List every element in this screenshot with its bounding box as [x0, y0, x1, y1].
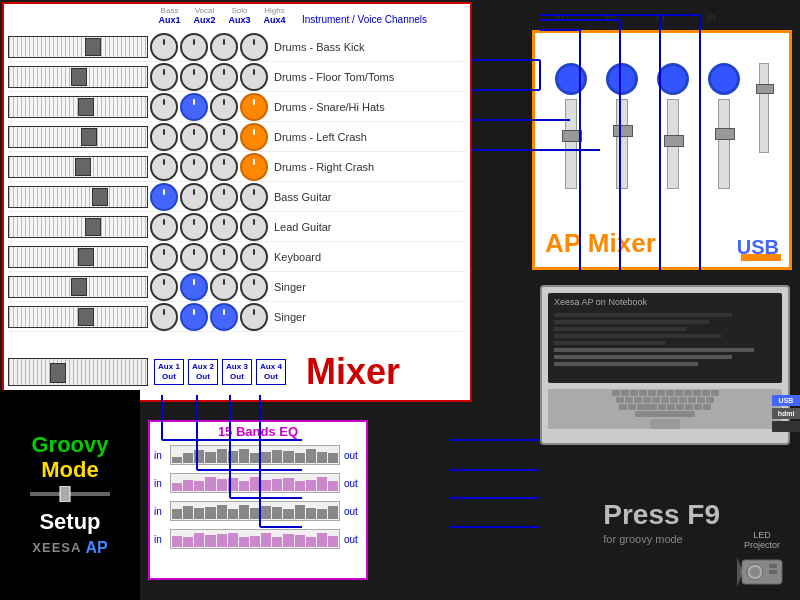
aux-port[interactable] — [772, 421, 800, 432]
fader-6[interactable] — [8, 186, 148, 208]
main-container: Bass Aux1 Vocal Aux2 Solo Aux3 Highs Aux… — [0, 0, 800, 600]
knob-aux3-7[interactable] — [210, 213, 238, 241]
fader-1[interactable] — [8, 36, 148, 58]
knob-aux1-6[interactable] — [150, 183, 178, 211]
knob-aux3-5[interactable] — [210, 153, 238, 181]
ap-fader-4[interactable] — [718, 99, 730, 189]
svg-rect-6 — [769, 570, 777, 574]
eq-title: 15 Bands EQ — [150, 422, 366, 441]
knob-aux2-9[interactable] — [180, 273, 208, 301]
knob-aux3-3[interactable] — [210, 93, 238, 121]
fader-9[interactable] — [8, 276, 148, 298]
aux2-out-box: Aux 2Out — [188, 359, 218, 386]
knob-aux1-7[interactable] — [150, 213, 178, 241]
aux-out-fader[interactable] — [8, 358, 148, 386]
ap-mixer-title: AP Mixer — [545, 228, 656, 259]
knob-aux2-4[interactable] — [180, 123, 208, 151]
fader-3[interactable] — [8, 96, 148, 118]
knob-group-4 — [150, 123, 268, 151]
setup-text: Setup — [39, 509, 100, 535]
press-f9-section: Press F9 for groovy mode — [603, 499, 720, 545]
channel-name-8: Keyboard — [268, 251, 466, 263]
knob-aux2-10[interactable] — [180, 303, 208, 331]
for-groovy-text: for groovy mode — [603, 533, 720, 545]
knob-aux1-3[interactable] — [150, 93, 178, 121]
knob-aux4-10[interactable] — [240, 303, 268, 331]
knob-aux3-6[interactable] — [210, 183, 238, 211]
knob-group-3 — [150, 93, 268, 121]
knob-aux4-1[interactable] — [240, 33, 268, 61]
usb-port[interactable]: USB — [772, 395, 800, 406]
svg-point-4 — [750, 567, 760, 577]
knob-aux4-6[interactable] — [240, 183, 268, 211]
knob-aux1-5[interactable] — [150, 153, 178, 181]
knob-aux1-4[interactable] — [150, 123, 178, 151]
eq-in-2: in — [154, 478, 166, 489]
knob-aux2-6[interactable] — [180, 183, 208, 211]
ap-knob-3[interactable] — [657, 63, 689, 95]
knob-group-1 — [150, 33, 268, 61]
knob-aux4-3[interactable] — [240, 93, 268, 121]
knob-aux3-1[interactable] — [210, 33, 238, 61]
mixer-title: Mixer — [306, 351, 400, 393]
knob-aux1-2[interactable] — [150, 63, 178, 91]
knob-aux1-8[interactable] — [150, 243, 178, 271]
notebook-screen: Xeesa AP on Notebook — [548, 293, 782, 383]
knob-aux2-8[interactable] — [180, 243, 208, 271]
ap-mixer-panel: in in in in — [532, 30, 792, 270]
channel-rows: Drums - Bass Kick Drums - Floor Tom/Toms — [8, 32, 466, 332]
knob-aux3-9[interactable] — [210, 273, 238, 301]
knob-group-10 — [150, 303, 268, 331]
ap-fader-1[interactable] — [565, 99, 577, 189]
aux4-label: Aux4 — [257, 15, 292, 25]
knob-aux2-3[interactable] — [180, 93, 208, 121]
eq-in-4: in — [154, 534, 166, 545]
knob-aux4-2[interactable] — [240, 63, 268, 91]
ap-knob-2[interactable] — [606, 63, 638, 95]
knob-aux1-10[interactable] — [150, 303, 178, 331]
knob-aux2-7[interactable] — [180, 213, 208, 241]
knob-aux3-8[interactable] — [210, 243, 238, 271]
knob-aux4-7[interactable] — [240, 213, 268, 241]
knob-aux4-5[interactable] — [240, 153, 268, 181]
ap-knob-4[interactable] — [708, 63, 740, 95]
knob-aux1-1[interactable] — [150, 33, 178, 61]
notebook-keyboard — [548, 389, 782, 429]
fader-10[interactable] — [8, 306, 148, 328]
knob-aux4-9[interactable] — [240, 273, 268, 301]
knob-group-2 — [150, 63, 268, 91]
knob-aux3-10[interactable] — [210, 303, 238, 331]
knob-aux2-1[interactable] — [180, 33, 208, 61]
ap-channel-1 — [555, 63, 587, 189]
fader-7[interactable] — [8, 216, 148, 238]
channel-row-4: Drums - Left Crash — [8, 122, 466, 152]
ap-knob-1[interactable] — [555, 63, 587, 95]
projector-icon — [737, 552, 787, 592]
channel-row-10: Singer — [8, 302, 466, 332]
fader-4[interactable] — [8, 126, 148, 148]
hdmi-port[interactable]: hdmi — [772, 408, 800, 419]
channel-name-5: Drums - Right Crash — [268, 161, 466, 173]
usb-bar — [741, 254, 781, 261]
knob-aux4-4[interactable] — [240, 123, 268, 151]
knob-aux2-2[interactable] — [180, 63, 208, 91]
channel-row-1: Drums - Bass Kick — [8, 32, 466, 62]
aux-output-section: Aux 1Out Aux 2Out Aux 3Out Aux 4Out Mixe… — [8, 348, 466, 396]
ap-fader-2[interactable] — [616, 99, 628, 189]
knob-aux3-2[interactable] — [210, 63, 238, 91]
eq-in-1: in — [154, 450, 166, 461]
aux1-out-box: Aux 1Out — [154, 359, 184, 386]
fader-5[interactable] — [8, 156, 148, 178]
fader-2[interactable] — [8, 66, 148, 88]
ports-section: USB hdmi — [772, 395, 800, 432]
fader-8[interactable] — [8, 246, 148, 268]
solo-label: Solo — [222, 6, 257, 15]
bass-label: Bass — [152, 6, 187, 15]
knob-aux1-9[interactable] — [150, 273, 178, 301]
eq-row-3: in out — [150, 497, 366, 525]
knob-aux3-4[interactable] — [210, 123, 238, 151]
knob-aux4-8[interactable] — [240, 243, 268, 271]
ap-channel-3 — [657, 63, 689, 189]
knob-aux2-5[interactable] — [180, 153, 208, 181]
ap-fader-3[interactable] — [667, 99, 679, 189]
